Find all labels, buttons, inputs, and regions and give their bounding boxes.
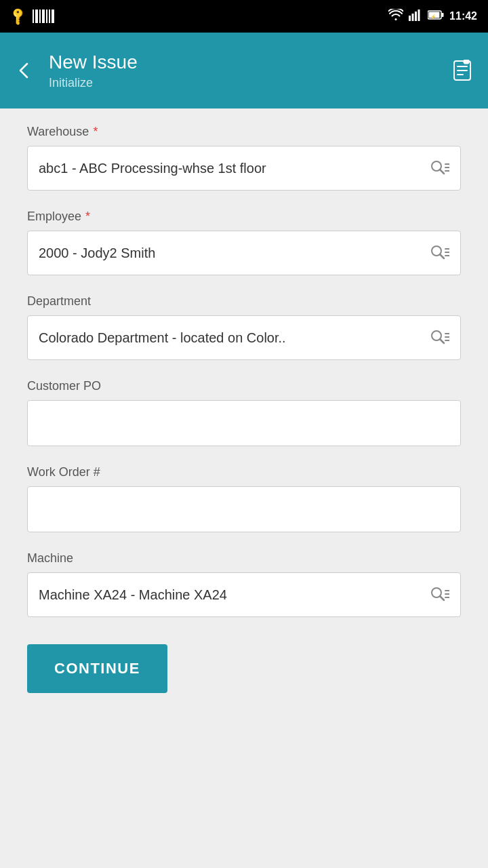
back-button[interactable] [11,57,38,84]
barcode-icon [33,9,54,23]
status-bar-left: 🔑 [11,9,54,24]
employee-field-group: Employee * 2000 - Jody2 Smith [27,210,461,275]
customer-po-field-group: Customer PO [27,379,461,446]
work-order-text-input[interactable] [39,499,449,519]
department-field-group: Department Colorado Department - located… [27,294,461,360]
machine-value: Machine XA24 - Machine XA24 [39,587,430,603]
svg-rect-0 [409,16,411,21]
employee-search-icon[interactable] [430,243,449,262]
svg-rect-12 [464,60,469,64]
key-icon: 🔑 [7,5,28,26]
customer-po-input[interactable] [27,400,461,446]
time-display: 11:42 [449,10,477,22]
employee-label: Employee * [27,210,461,224]
svg-rect-3 [418,9,420,21]
department-label: Department [27,294,461,309]
svg-text:⚡: ⚡ [430,14,436,20]
customer-po-text-input[interactable] [39,413,449,433]
customer-po-label: Customer PO [27,379,461,393]
svg-line-24 [440,339,444,343]
page-title: New Issue [49,52,436,73]
department-input[interactable]: Colorado Department - located on Color.. [27,315,461,360]
svg-rect-2 [415,12,417,21]
battery-icon: ⚡ [428,9,444,23]
work-order-field-group: Work Order # [27,465,461,532]
warehouse-required: * [93,125,98,139]
svg-rect-6 [442,13,444,17]
department-value: Colorado Department - located on Color.. [39,330,430,346]
warehouse-field-group: Warehouse * abc1 - ABC Processing-whse 1… [27,125,461,191]
status-bar: 🔑 [0,0,488,33]
signal-icon [409,9,422,24]
warehouse-value: abc1 - ABC Processing-whse 1st floor [39,161,430,176]
status-bar-right: ⚡ 11:42 [388,9,477,24]
warehouse-search-icon[interactable] [430,159,449,178]
app-bar: New Issue Initialize [0,33,488,108]
work-order-label: Work Order # [27,465,461,479]
continue-button[interactable]: CONTINUE [27,644,167,693]
svg-line-29 [440,596,444,600]
department-search-icon[interactable] [430,328,449,347]
wifi-icon [388,9,403,24]
employee-input[interactable]: 2000 - Jody2 Smith [27,231,461,275]
warehouse-label: Warehouse * [27,125,461,139]
app-bar-titles: New Issue Initialize [49,52,436,90]
machine-label: Machine [27,551,461,566]
action-button[interactable] [447,56,477,85]
svg-line-19 [440,254,444,258]
machine-input[interactable]: Machine XA24 - Machine XA24 [27,572,461,617]
form-content: Warehouse * abc1 - ABC Processing-whse 1… [0,108,488,709]
machine-field-group: Machine Machine XA24 - Machine XA24 [27,551,461,617]
svg-rect-1 [412,14,414,21]
employee-required: * [85,210,90,224]
employee-value: 2000 - Jody2 Smith [39,245,430,261]
machine-search-icon[interactable] [430,585,449,604]
warehouse-input[interactable]: abc1 - ABC Processing-whse 1st floor [27,146,461,191]
svg-line-14 [440,170,444,174]
work-order-input[interactable] [27,486,461,532]
page-subtitle: Initialize [49,76,436,90]
